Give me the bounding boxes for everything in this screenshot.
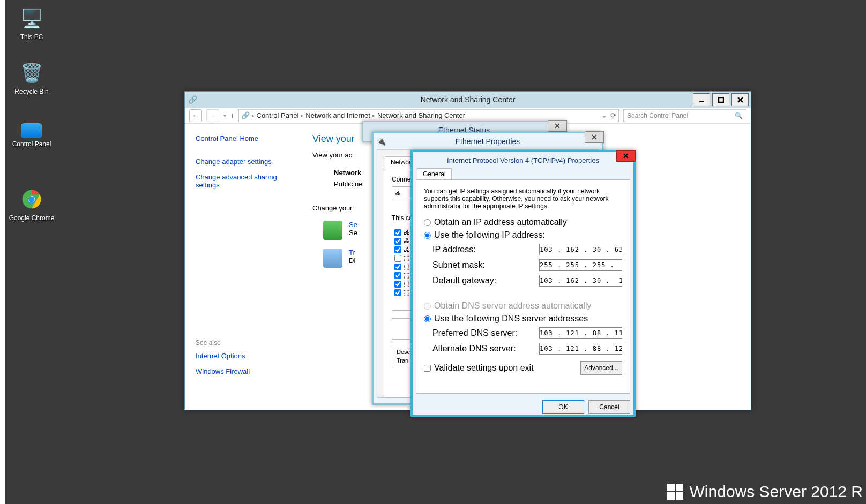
desktop-icon-google-chrome[interactable]: Google Chrome [8,186,56,222]
dialog-title[interactable]: 🔌 Ethernet Properties ✕ [374,133,602,149]
validate-settings-row[interactable]: Validate settings upon exit Advanced... [424,361,622,375]
alternate-dns-label: Alternate DNS server: [432,344,539,353]
dialog-title[interactable]: Internet Protocol Version 4 (TCP/IPv4) P… [413,152,633,168]
close-button[interactable]: ✕ [548,120,567,132]
control-panel-icon [21,123,42,138]
link-internet-options[interactable]: Internet Options [196,352,292,360]
link-change-advanced-sharing[interactable]: Change advanced sharing settings [196,173,292,189]
side-panel: Control Panel Home Change adapter settin… [185,124,303,410]
search-placeholder: Search Control Panel [627,112,688,119]
protocol-checkbox[interactable] [394,238,401,245]
close-button[interactable]: ✕ [585,131,604,143]
radio-label: Obtain DNS server address automatically [434,301,591,311]
protocol-icon: ⬚ [404,272,409,279]
recycle-bin-icon: 🗑️ [19,60,44,86]
forward-button[interactable]: → [206,109,219,122]
crumb[interactable]: Control Panel [257,111,299,119]
protocol-checkbox[interactable] [394,289,401,296]
desktop-icon-control-panel[interactable]: Control Panel [8,123,56,148]
radio-input[interactable] [424,232,431,239]
dropdown-arrow-icon[interactable]: ▾ [223,112,226,118]
close-button[interactable] [731,93,749,106]
validate-checkbox[interactable] [424,365,431,372]
radio-label: Use the following DNS server addresses [434,314,588,324]
radio-label: Use the following IP address: [434,230,545,240]
crumb[interactable]: Network and Sharing Center [377,111,465,119]
chevron-right-icon: ▸ [301,112,303,118]
radio-auto-ip[interactable]: Obtain an IP address automatically [424,217,622,227]
radio-input [424,303,431,310]
pc-icon: 🖥️ [19,5,44,31]
maximize-button[interactable] [712,93,729,106]
link-change-adapter[interactable]: Change adapter settings [196,157,292,166]
protocol-checkbox[interactable] [394,281,401,288]
radio-use-dns[interactable]: Use the following DNS server addresses [424,314,622,324]
protocol-icon: ⬚ [404,263,409,270]
troubleshoot-desc: Di [349,257,355,265]
protocol-icon: 🖧 [404,246,410,253]
radio-label: Obtain an IP address automatically [434,217,567,227]
radio-use-ip[interactable]: Use the following IP address: [424,230,622,240]
protocol-icon: ⬚ [404,254,409,262]
up-button[interactable]: ↑ [230,111,234,119]
window-title: Network and Sharing Center [185,95,751,104]
intro-text: You can get IP settings assigned automat… [424,187,622,210]
tab-general[interactable]: General [417,168,452,179]
windows-logo-icon [667,484,683,500]
ipv4-properties-dialog: Internet Protocol Version 4 (TCP/IPv4) P… [410,150,636,417]
chrome-icon [19,186,44,212]
link-control-panel-home[interactable]: Control Panel Home [196,134,292,142]
desktop-icon-label: Google Chrome [8,214,56,222]
adapter-icon: 🖧 [394,190,401,197]
svg-rect-5 [719,97,723,102]
search-icon: 🔍 [735,112,743,119]
dialog-title-text: Ethernet Properties [456,137,520,146]
see-also-heading: See also [196,339,292,347]
protocol-icon: ⬚ [404,289,409,296]
dialog-title-text: Internet Protocol Version 4 (TCP/IPv4) P… [447,156,599,164]
watermark-text: Windows Server 2012 R [690,483,863,501]
back-button[interactable]: ← [189,109,202,122]
protocol-checkbox[interactable] [394,229,401,236]
radio-input[interactable] [424,219,431,226]
network-icon: 🔗 [188,95,199,104]
search-input[interactable]: Search Control Panel 🔍 [623,109,746,122]
minimize-button[interactable] [693,93,710,106]
link-troubleshoot[interactable]: Tr [349,249,355,257]
cancel-button[interactable]: Cancel [588,400,630,414]
refresh-icon[interactable]: ⟳ [610,111,616,119]
desktop-icon-label: Recycle Bin [8,88,56,95]
preferred-dns-input[interactable] [539,327,622,339]
crumb[interactable]: Network and Internet [305,111,370,119]
titlebar[interactable]: 🔗 Network and Sharing Center [185,92,751,108]
desktop-icon-label: This PC [8,33,56,41]
advanced-button[interactable]: Advanced... [580,361,622,375]
protocol-checkbox[interactable] [394,272,401,279]
chevron-right-icon: ▸ [372,112,375,118]
link-windows-firewall[interactable]: Windows Firewall [196,367,292,375]
desktop-icon-this-pc[interactable]: 🖥️ This PC [8,5,56,41]
protocol-checkbox[interactable] [394,255,401,262]
ethernet-icon: 🔌 [377,137,386,146]
alternate-dns-input[interactable] [539,343,622,355]
protocol-icon: ⬚ [404,280,409,288]
protocol-checkbox[interactable] [394,264,401,270]
ip-address-input[interactable] [539,244,622,255]
desktop-icon-recycle-bin[interactable]: 🗑️ Recycle Bin [8,60,56,95]
os-watermark: Windows Server 2012 R [667,483,863,501]
validate-label: Validate settings upon exit [434,363,534,373]
radio-auto-dns: Obtain DNS server address automatically [424,301,622,311]
chevron-down-icon[interactable]: ⌄ [601,111,607,119]
troubleshoot-icon [323,249,342,268]
default-gateway-label: Default gateway: [432,276,539,285]
left-window-sliver [0,0,5,504]
subnet-mask-input[interactable] [539,259,622,271]
ok-button[interactable]: OK [542,400,584,414]
default-gateway-input[interactable] [539,275,622,287]
close-button[interactable]: ✕ [616,150,636,162]
protocol-icon: 🖧 [404,229,410,236]
protocol-checkbox[interactable] [394,246,401,253]
radio-input[interactable] [424,315,431,322]
subnet-mask-label: Subnet mask: [432,260,539,270]
link-setup-connection[interactable]: Se [349,221,357,229]
